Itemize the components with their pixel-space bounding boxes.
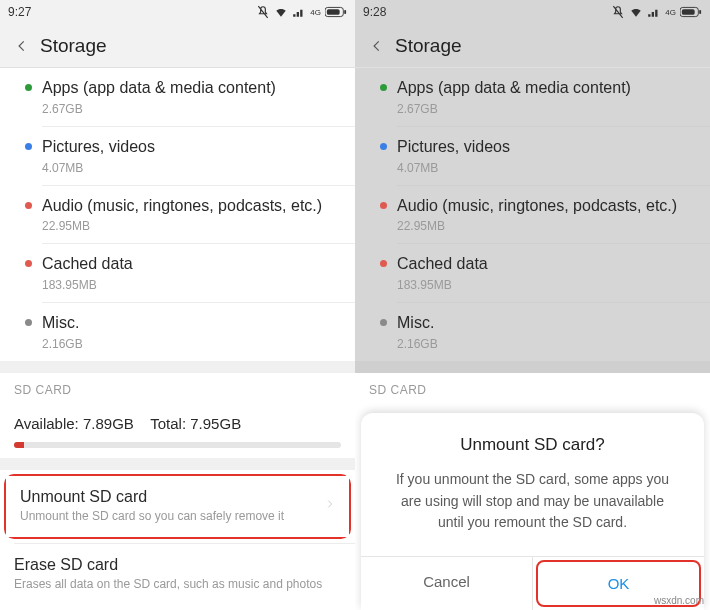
action-subtitle: Unmount the SD card so you can safely re… xyxy=(20,509,325,525)
ok-label: OK xyxy=(608,575,630,592)
left-screenshot: 9:27 4G Storage Apps (app data & media c… xyxy=(0,0,355,610)
vibrate-icon xyxy=(256,5,270,19)
cancel-button[interactable]: Cancel xyxy=(361,557,533,610)
section-gap xyxy=(0,361,355,373)
chevron-right-icon xyxy=(325,497,335,515)
dialog-buttons: Cancel OK xyxy=(361,556,704,610)
action-title: Unmount SD card xyxy=(20,488,325,506)
chevron-left-icon xyxy=(15,39,29,53)
status-bar: 9:27 4G xyxy=(0,0,355,24)
right-screenshot: 9:28 4G Storage Apps (app data & media c… xyxy=(355,0,710,610)
total-label: Total: xyxy=(150,415,186,432)
category-apps[interactable]: Apps (app data & media content) 2.67GB xyxy=(0,68,355,126)
header: Storage xyxy=(0,24,355,68)
dot-icon xyxy=(25,319,32,326)
dialog-title: Unmount SD card? xyxy=(361,435,704,455)
unmount-confirm-dialog: Unmount SD card? If you unmount the SD c… xyxy=(361,413,704,610)
signal-icon xyxy=(292,5,306,19)
annotation-highlight: Unmount SD card Unmount the SD card so y… xyxy=(4,474,351,539)
category-size: 22.95MB xyxy=(42,219,341,233)
category-size: 4.07MB xyxy=(42,161,341,175)
available-value: 7.89GB xyxy=(83,415,134,432)
action-title: Erase SD card xyxy=(14,556,341,574)
dot-icon xyxy=(25,84,32,91)
dialog-message: If you unmount the SD card, some apps yo… xyxy=(361,469,704,556)
battery-icon xyxy=(325,6,347,18)
category-audio[interactable]: Audio (music, ringtones, podcasts, etc.)… xyxy=(0,186,355,244)
category-title: Misc. xyxy=(42,313,341,334)
erase-sd-card-button[interactable]: Erase SD card Erases all data on the SD … xyxy=(0,544,355,605)
storage-usage-fill xyxy=(14,442,24,448)
category-size: 183.95MB xyxy=(42,278,341,292)
svg-rect-2 xyxy=(344,10,346,14)
dot-icon xyxy=(25,202,32,209)
category-cached[interactable]: Cached data 183.95MB xyxy=(0,244,355,302)
storage-usage-bar xyxy=(14,442,341,448)
watermark: wsxdn.com xyxy=(654,595,704,606)
available-label: Available: xyxy=(14,415,79,432)
wifi-icon xyxy=(274,5,288,19)
category-title: Audio (music, ringtones, podcasts, etc.) xyxy=(42,196,341,217)
dot-icon xyxy=(25,143,32,150)
page-title: Storage xyxy=(40,35,107,57)
dot-icon xyxy=(25,260,32,267)
storage-list: Apps (app data & media content) 2.67GB P… xyxy=(0,68,355,604)
unmount-sd-card-button[interactable]: Unmount SD card Unmount the SD card so y… xyxy=(6,476,349,537)
network-4g-icon: 4G xyxy=(310,8,321,17)
back-button[interactable] xyxy=(8,39,36,53)
category-misc[interactable]: Misc. 2.16GB xyxy=(0,303,355,361)
category-title: Cached data xyxy=(42,254,341,275)
category-size: 2.16GB xyxy=(42,337,341,351)
sd-card-section-header: SD CARD xyxy=(0,373,355,407)
action-subtitle: Erases all data on the SD card, such as … xyxy=(14,577,341,593)
dialog-overlay: Unmount SD card? If you unmount the SD c… xyxy=(355,0,710,610)
category-title: Apps (app data & media content) xyxy=(42,78,341,99)
status-icons: 4G xyxy=(256,5,347,19)
section-gap xyxy=(0,458,355,470)
category-title: Pictures, videos xyxy=(42,137,341,158)
category-size: 2.67GB xyxy=(42,102,341,116)
sd-storage-stats: Available: 7.89GB Total: 7.95GB xyxy=(0,407,355,436)
svg-rect-1 xyxy=(327,9,340,15)
status-time: 9:27 xyxy=(8,5,31,19)
category-pictures[interactable]: Pictures, videos 4.07MB xyxy=(0,127,355,185)
total-value: 7.95GB xyxy=(190,415,241,432)
cancel-label: Cancel xyxy=(423,573,470,590)
